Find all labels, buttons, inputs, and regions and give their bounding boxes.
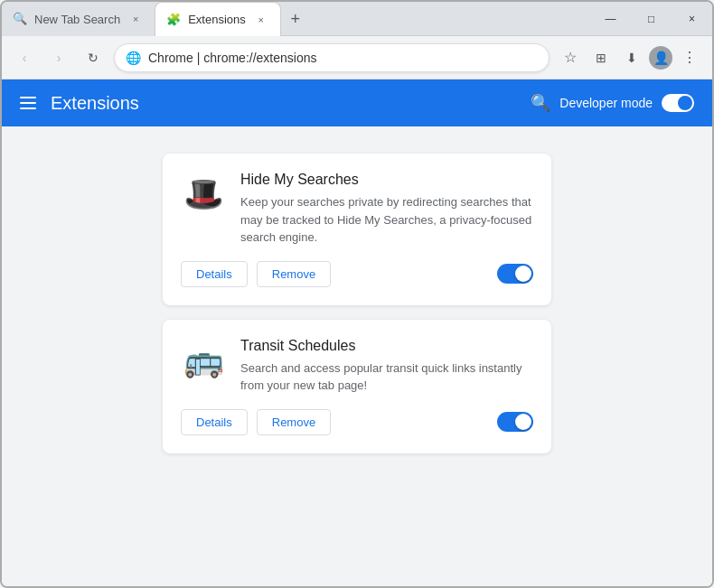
tab-new-tab-search-label: New Tab Search — [34, 13, 120, 26]
address-input[interactable]: 🌐 Chrome | chrome://extensions — [114, 43, 550, 72]
developer-mode-label: Developer mode — [559, 96, 653, 110]
browser-window: 🔍 New Tab Search × 🧩 Extensions × + — □ … — [0, 0, 714, 588]
address-bar: ‹ › ↻ 🌐 Chrome | chrome://extensions ☆ ⊞… — [2, 36, 712, 79]
download-button[interactable]: ⬇ — [618, 44, 645, 71]
ext-transit-schedules-details-button[interactable]: Details — [181, 409, 248, 435]
toolbar-icons: ☆ ⊞ ⬇ 👤 ⋮ — [557, 44, 703, 71]
tab-search-icon: 🔍 — [13, 12, 27, 26]
tab-extensions[interactable]: 🧩 Extensions × — [155, 2, 281, 36]
ext-hide-my-searches-toggle[interactable] — [497, 264, 533, 284]
tab-extensions-close[interactable]: × — [253, 12, 269, 28]
ext-hide-my-searches-toggle-knob — [515, 266, 531, 282]
ext-hide-my-searches-details-button[interactable]: Details — [181, 261, 248, 287]
address-url: Chrome | chrome://extensions — [148, 51, 538, 65]
ext-transit-schedules-toggle[interactable] — [497, 412, 533, 432]
ext-hide-my-searches-remove-button[interactable]: Remove — [257, 261, 331, 287]
ext-card-top-2: 🚌 Transit Schedules Search and access po… — [181, 338, 533, 395]
page-title: Extensions — [51, 93, 139, 114]
ext-card-bottom-1: Details Remove — [181, 261, 533, 287]
hamburger-line-2 — [20, 102, 36, 104]
developer-mode-toggle[interactable] — [662, 94, 694, 112]
extension-card-transit-schedules: 🚌 Transit Schedules Search and access po… — [163, 320, 551, 453]
tab-extensions-label: Extensions — [188, 13, 246, 26]
toggle-knob — [678, 96, 692, 110]
refresh-button[interactable]: ↻ — [80, 44, 107, 71]
tab-new-tab-search[interactable]: 🔍 New Tab Search × — [2, 2, 155, 36]
chrome-icon: 🌐 — [126, 51, 141, 65]
header-right: 🔍 Developer mode — [531, 93, 694, 113]
extension-card-hide-my-searches: 🎩 Hide My Searches Keep your searches pr… — [163, 154, 551, 305]
ext-card-top-1: 🎩 Hide My Searches Keep your searches pr… — [181, 172, 533, 247]
ext-hide-my-searches-info: Hide My Searches Keep your searches priv… — [240, 172, 533, 247]
tab-extensions-icon: 🧩 — [166, 13, 181, 27]
ext-transit-schedules-toggle-knob — [515, 414, 531, 430]
ext-hide-my-searches-desc: Keep your searches private by redirectin… — [240, 193, 533, 247]
ext-transit-schedules-icon: 🚌 — [181, 338, 226, 383]
ext-hide-my-searches-icon: 🎩 — [181, 172, 226, 217]
ext-transit-schedules-remove-button[interactable]: Remove — [257, 409, 331, 435]
hamburger-line-1 — [20, 97, 36, 98]
extensions-toolbar-button[interactable]: ⊞ — [587, 44, 615, 71]
maximize-button[interactable]: □ — [631, 2, 672, 36]
ext-card-bottom-2: Details Remove — [181, 409, 533, 435]
avatar[interactable]: 👤 — [649, 46, 672, 70]
menu-button[interactable]: ⋮ — [676, 44, 703, 71]
title-bar: 🔍 New Tab Search × 🧩 Extensions × + — □ … — [2, 2, 712, 36]
new-tab-button[interactable]: + — [281, 2, 310, 36]
ext-hide-my-searches-name: Hide My Searches — [240, 172, 533, 188]
tab-new-tab-search-close[interactable]: × — [127, 11, 144, 27]
hamburger-menu[interactable] — [20, 97, 36, 109]
ext-transit-schedules-info: Transit Schedules Search and access popu… — [240, 338, 533, 395]
main-content: rist.com 🎩 Hide My Searches Keep your se… — [2, 126, 712, 586]
ext-transit-schedules-name: Transit Schedules — [240, 338, 533, 354]
ext-transit-schedules-desc: Search and access popular transit quick … — [240, 359, 533, 395]
back-button[interactable]: ‹ — [11, 44, 38, 71]
hamburger-line-3 — [20, 107, 36, 109]
window-controls: — □ × — [590, 2, 712, 35]
bookmark-button[interactable]: ☆ — [557, 44, 584, 71]
header-search-icon[interactable]: 🔍 — [531, 93, 550, 113]
forward-button[interactable]: › — [45, 44, 72, 71]
extensions-header: Extensions 🔍 Developer mode — [2, 79, 712, 126]
close-button[interactable]: × — [672, 2, 712, 36]
minimize-button[interactable]: — — [590, 2, 631, 36]
